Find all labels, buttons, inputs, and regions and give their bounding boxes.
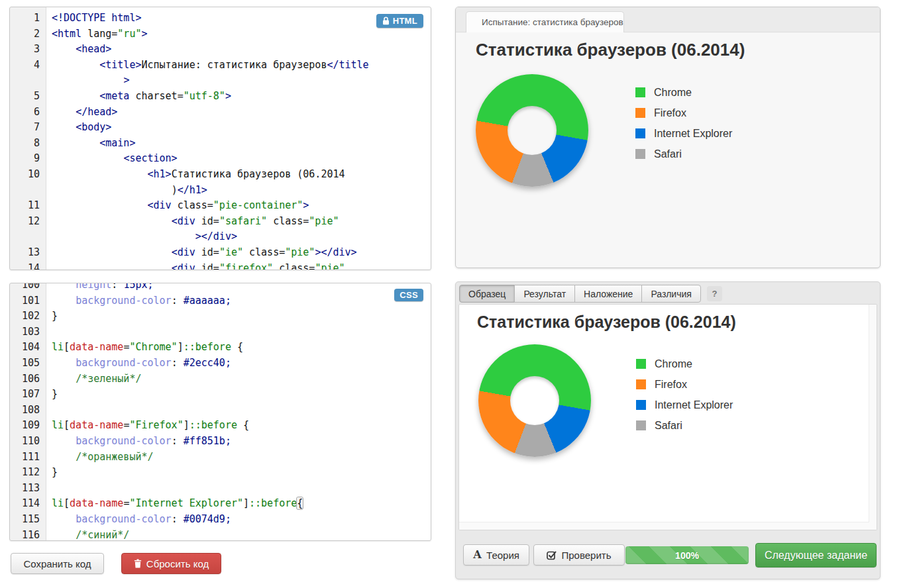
code-text[interactable]: background-color: #0074d9; [46,512,231,528]
line-number: 101 [10,293,46,309]
compare-tab-sample[interactable]: Образец [459,285,515,303]
compare-tab-result[interactable]: Результат [514,285,575,303]
line-number: 109 [10,418,46,434]
save-code-button[interactable]: Сохранить код [11,553,104,574]
code-text[interactable]: ></div> [46,229,237,245]
code-text[interactable]: /*синий*/ [46,528,129,542]
line-number: 112 [10,465,46,481]
legend-swatch [636,420,646,430]
code-text[interactable]: </head> [46,105,117,121]
code-text[interactable]: <div class="pie-container"> [46,198,309,214]
code-text[interactable] [46,324,52,340]
legend-item: Firefox [635,103,732,123]
code-text[interactable]: <meta charset="utf-8"> [46,89,231,105]
line-number: 13 [10,245,46,261]
line-number: 9 [10,151,46,167]
preview-panel: Испытание: статистика браузеров Статисти… [455,7,881,268]
code-line: 11 <div class="pie-container"> [10,198,431,214]
css-badge-label: CSS [400,290,418,300]
chart-title: Статистика браузеров (06.2014) [476,40,745,60]
legend-swatch [635,149,645,159]
preview-header: Испытание: статистика браузеров [456,7,880,32]
code-text[interactable] [46,481,52,497]
code-text[interactable]: } [46,309,58,324]
sample-horizontal-scrollbar[interactable] [459,522,869,530]
preview-tab-title: Испытание: статистика браузеров [482,17,623,27]
code-text[interactable]: background-color: #ff851b; [46,434,231,450]
line-number: 5 [10,89,46,105]
code-text[interactable]: <div id="safari" class="pie" [46,214,339,230]
legend-swatch [636,400,646,410]
css-code-area[interactable]: 100 height: 15px;101 background-color: #… [10,283,431,541]
line-number: 1 [10,11,46,26]
legend-item: Chrome [636,354,733,374]
code-line: 13 <div id="ie" class="pie"></div> [10,245,431,261]
code-text[interactable]: <title>Испытание: статистика браузеров</… [46,58,369,74]
code-line: 7 <body> [10,120,431,136]
code-line: 102} [10,309,431,324]
code-text[interactable]: )</h1> [46,183,207,199]
line-number: 4 [10,58,46,74]
legend-swatch [635,128,645,138]
theory-label: Теория [486,550,519,561]
code-line: )</h1> [10,183,431,199]
code-text[interactable]: <div id="firefox" class="pie" [46,261,345,271]
checkbox-check-icon [547,550,557,560]
code-text[interactable]: > [46,73,129,89]
code-text[interactable]: <!DOCTYPE html> [46,11,141,26]
code-line: 111 /*оранжевый*/ [10,450,431,466]
next-task-label: Следующее задание [765,550,867,562]
code-text[interactable]: /*оранжевый*/ [46,450,154,466]
line-number: 108 [10,403,46,418]
code-text[interactable]: <body> [46,120,111,136]
code-line: 106 /*зеленый*/ [10,371,431,387]
code-text[interactable] [46,403,52,418]
code-text[interactable]: <h1>Статистика браузеров (06.2014 [46,167,345,183]
code-text[interactable]: } [46,465,58,481]
code-text[interactable]: <html lang="ru"> [46,26,148,42]
code-text[interactable]: background-color: #aaaaaa; [46,293,231,309]
code-line: 108 [10,403,431,418]
line-number [10,73,46,89]
code-line: 115 background-color: #0074d9; [10,512,431,528]
line-number: 102 [10,309,46,324]
next-task-button[interactable]: Следующее задание [755,543,877,567]
legend-label: Internet Explorer [654,128,732,140]
reset-code-button[interactable]: Сбросить код [121,553,221,574]
code-text[interactable]: li[data-name="Chrome"]::before { [46,340,243,356]
line-number: 116 [10,528,46,542]
code-text[interactable]: <div id="ie" class="pie"></div> [46,245,357,261]
line-number: 105 [10,356,46,371]
preview-content: Статистика браузеров (06.2014) ChromeFir… [456,32,880,268]
code-text[interactable]: background-color: #2ecc40; [46,356,231,371]
css-code-editor: 100 height: 15px;101 background-color: #… [9,283,431,541]
code-text[interactable]: } [46,387,58,403]
help-button[interactable]: ? [707,286,722,301]
line-number: 115 [10,512,46,528]
code-line: 2<html lang="ru"> [10,26,431,42]
code-line: 5 <meta charset="utf-8"> [10,89,431,105]
line-number: 104 [10,340,46,356]
compare-tab-overlay[interactable]: Наложение [574,285,642,303]
html-code-area[interactable]: 1<!DOCTYPE html>2<html lang="ru">3 <head… [10,7,431,270]
code-text[interactable]: <main> [46,136,135,152]
code-text[interactable]: <section> [46,151,178,167]
code-line: 101 background-color: #aaaaaa; [10,293,431,309]
code-text[interactable]: <head> [46,42,111,58]
compare-tabs-group: ОбразецРезультатНаложениеРазличия [459,285,701,303]
code-text[interactable]: li[data-name="Firefox"]::before { [46,418,249,434]
legend-label: Firefox [654,107,686,119]
sample-vertical-scrollbar[interactable] [869,305,877,530]
legend-label: Chrome [655,358,692,370]
code-line: > [10,73,431,89]
code-text[interactable]: li[data-name="Internet Explorer"]::befor… [46,496,303,512]
code-line: ></div> [10,229,431,245]
code-line: 6 </head> [10,105,431,121]
html-badge: HTML [376,14,423,28]
compare-tab-diff[interactable]: Различия [641,285,700,303]
code-text[interactable]: /*зеленый*/ [46,371,141,387]
legend-item: Safari [635,144,732,164]
check-button[interactable]: Проверить [533,544,625,565]
theory-button[interactable]: А Теория [463,544,529,565]
code-text[interactable]: height: 15px; [46,283,154,293]
